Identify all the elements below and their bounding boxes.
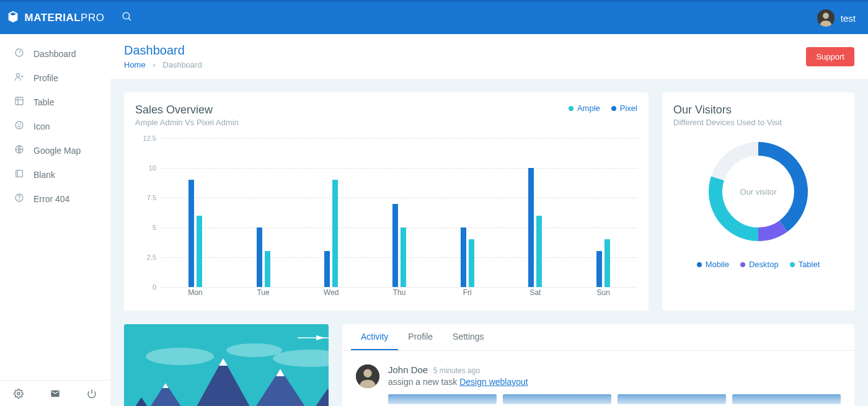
bar	[536, 216, 542, 287]
brand-name: MATERIALPRO	[25, 12, 105, 24]
tab-activity[interactable]: Activity	[351, 324, 398, 350]
sidebar-nav: DashboardProfileTableIconGoogle MapBlank…	[0, 34, 110, 380]
bar	[401, 227, 406, 287]
svg-rect-6	[16, 97, 23, 105]
x-tick: Sat	[529, 288, 541, 297]
sales-card: Sales Overview Ample Admin Vs Pixel Admi…	[124, 92, 649, 311]
sidebar-item-label: Blank	[33, 170, 55, 180]
svg-point-9	[16, 121, 23, 129]
activity-time: 5 minutes ago	[433, 366, 480, 375]
user-menu[interactable]: test	[817, 9, 856, 27]
bar	[332, 180, 338, 287]
bar-group	[392, 204, 406, 287]
legend-item[interactable]: Mobile	[697, 260, 729, 269]
thumbnail[interactable]	[732, 394, 841, 404]
sales-chart: 02.557.51012.5 MonTueWedThuFriSatSun	[135, 138, 637, 299]
thumbnail[interactable]	[503, 394, 611, 404]
grid-icon	[14, 96, 25, 108]
legend-item[interactable]: Pixel	[611, 104, 637, 113]
gauge-icon	[14, 48, 25, 60]
svg-point-3	[823, 13, 829, 19]
sidebar-item-table[interactable]: Table	[0, 90, 110, 114]
thumbnail[interactable]	[618, 394, 726, 404]
x-tick: Sun	[596, 288, 609, 297]
support-button[interactable]: Support	[806, 47, 854, 66]
logo-icon	[6, 10, 20, 26]
x-tick: Wed	[324, 288, 339, 297]
sidebar-item-dashboard[interactable]: Dashboard	[0, 42, 110, 66]
bar-group	[596, 239, 610, 287]
sidebar-item-profile[interactable]: Profile	[0, 66, 110, 90]
grid-line	[161, 287, 637, 288]
sidebar-item-blank[interactable]: Blank	[0, 162, 110, 187]
globe-icon	[14, 144, 25, 156]
sidebar-item-error-404[interactable]: Error 404	[0, 187, 110, 211]
sales-legend: AmplePixel	[569, 104, 637, 113]
user-icon	[14, 72, 25, 84]
activity-name: John Doe	[388, 364, 428, 375]
tab-settings[interactable]: Settings	[443, 324, 494, 350]
sidebar-item-google-map[interactable]: Google Map	[0, 138, 110, 162]
search-icon[interactable]	[122, 11, 133, 25]
bar-group	[188, 180, 202, 287]
grid-line	[161, 198, 637, 198]
dot-icon	[790, 262, 795, 267]
sidebar-item-label: Error 404	[33, 194, 69, 204]
profile-image-card	[124, 324, 329, 406]
legend-item[interactable]: Tablet	[790, 260, 820, 269]
svg-line-1	[128, 18, 131, 20]
grid-line	[161, 138, 637, 139]
activity-item: John Doe 5 minutes ago assign a new task…	[342, 351, 854, 406]
svg-rect-13	[16, 170, 23, 177]
breadcrumb-current: Dashboard	[162, 60, 202, 69]
tabs: ActivityProfileSettings	[342, 324, 854, 351]
mail-icon[interactable]	[37, 381, 73, 406]
visitors-title: Our Visitors	[673, 104, 843, 117]
svg-point-11	[20, 124, 21, 125]
svg-point-0	[123, 12, 130, 19]
donut-center-label: Our visitor	[702, 136, 814, 247]
page-header: Dashboard Home › Dashboard Support	[110, 34, 868, 79]
sidebar-item-icon[interactable]: Icon	[0, 114, 110, 138]
activity-link[interactable]: Design weblayout	[459, 377, 528, 387]
sales-title: Sales Overview	[135, 104, 239, 117]
bar	[461, 227, 466, 287]
sidebar-item-label: Google Map	[33, 146, 81, 156]
power-icon[interactable]	[74, 381, 110, 406]
settings-icon[interactable]	[0, 381, 37, 406]
breadcrumb-home[interactable]: Home	[124, 60, 146, 69]
grid-line	[161, 168, 637, 169]
sidebar-item-label: Table	[33, 97, 54, 107]
smile-icon	[14, 120, 25, 132]
book-icon	[14, 169, 25, 180]
sidebar: DashboardProfileTableIconGoogle MapBlank…	[0, 34, 110, 406]
y-tick: 12.5	[143, 135, 156, 142]
bar	[604, 239, 610, 287]
visitors-donut: Our visitor	[702, 136, 814, 247]
x-tick: Fri	[463, 288, 472, 297]
activity-avatar	[356, 364, 379, 388]
page-title: Dashboard	[124, 43, 202, 58]
sidebar-item-label: Dashboard	[33, 49, 76, 59]
dot-icon	[697, 262, 702, 267]
legend-item[interactable]: Desktop	[740, 260, 779, 269]
sidebar-item-label: Profile	[33, 73, 58, 83]
y-tick: 2.5	[147, 254, 156, 261]
y-tick: 5	[153, 224, 156, 231]
thumbnail[interactable]	[388, 394, 497, 404]
bar-group	[257, 227, 270, 287]
avatar	[817, 9, 835, 27]
tab-profile[interactable]: Profile	[398, 324, 443, 350]
chevron-right-icon: ›	[153, 60, 155, 69]
bar	[197, 216, 202, 287]
breadcrumb: Home › Dashboard	[124, 60, 202, 69]
topbar: MATERIALPRO test	[0, 0, 868, 34]
username: test	[841, 13, 856, 24]
sidebar-item-label: Icon	[33, 121, 50, 131]
dot-icon	[740, 262, 745, 267]
sidebar-footer	[0, 380, 110, 406]
legend-item[interactable]: Ample	[569, 104, 600, 113]
brand[interactable]: MATERIALPRO	[0, 10, 110, 26]
svg-point-10	[18, 124, 19, 125]
bar-group	[528, 168, 542, 287]
